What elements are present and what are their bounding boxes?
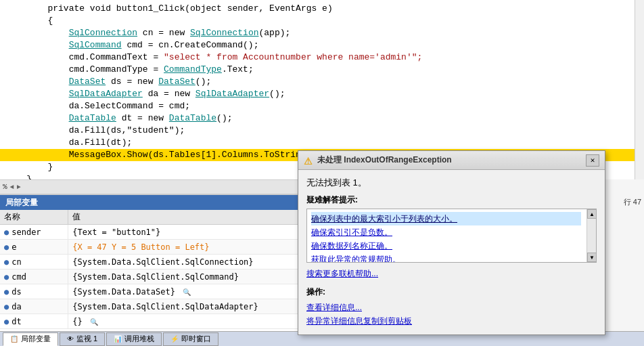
suggestions-box: 确保列表中的最大索引小于列表的大小。 确保索引引不是负数。 确保数据列名称正确。…: [306, 209, 597, 263]
magnify-icon[interactable]: 🔍: [183, 288, 191, 296]
var-value: {X = 47 Y = 5 Button = Left}: [68, 240, 313, 255]
suggestions-scrollbar[interactable]: ▲ ▼: [586, 209, 596, 262]
operation-view-details[interactable]: 查看详细信息...: [306, 301, 597, 314]
exception-dialog: ⚠ 未处理 IndexOutOfRangeException ✕ 无法找到表 1…: [298, 150, 605, 335]
var-name: ●e: [0, 240, 68, 255]
code-line: cmd.CommandText = "select * from Account…: [0, 51, 644, 64]
error-main-text: 无法找到表 1。: [306, 177, 597, 189]
suggestion-item[interactable]: 获取此异常的常规帮助。: [311, 253, 581, 263]
dialog-titlebar: ⚠ 未处理 IndexOutOfRangeException ✕: [298, 151, 605, 170]
tab-icon-watch: 👁: [67, 335, 74, 343]
var-name: ●cn: [0, 255, 68, 269]
scroll-left-btn[interactable]: ◄: [10, 183, 14, 191]
var-value: {} 🔍: [68, 314, 313, 329]
code-line: DataSet ds = new DataSet ();: [0, 76, 644, 88]
var-name: ●da: [0, 299, 68, 314]
code-scrollbar[interactable]: [635, 0, 644, 179]
var-value: {System.Data.SqlClient.SqlConnection}: [68, 255, 313, 269]
dialog-close-button[interactable]: ✕: [586, 154, 599, 167]
scroll-thumb: [587, 219, 596, 253]
code-line: da.SelectCommand = cmd;: [0, 100, 644, 112]
tab-icon-callstack: 📊: [114, 335, 122, 343]
var-value: {System.Data.SqlClient.SqlCommand}: [68, 269, 313, 284]
code-line: SqlDataAdapter da = new SqlDataAdapter (…: [0, 88, 644, 100]
tab-call-stack[interactable]: 📊 调用堆栈: [106, 332, 162, 346]
col-header-name: 名称: [0, 210, 68, 225]
suggestion-item[interactable]: 确保列表中的最大索引小于列表的大小。: [311, 212, 581, 225]
operation-copy-exception[interactable]: 将异常详细信息复制到剪贴板: [306, 314, 597, 328]
code-line: cmd.CommandType = CommandType .Text;: [0, 64, 644, 76]
more-help-link[interactable]: 搜索更多联机帮助...: [306, 268, 597, 280]
var-name: ●cmd: [0, 269, 68, 284]
tab-icon-local-vars: 📋: [10, 335, 18, 343]
operations-title: 操作:: [306, 286, 597, 298]
code-line: da.Fill(dt);: [0, 137, 644, 149]
suggestion-item[interactable]: 确保索引引不是负数。: [311, 225, 581, 239]
var-name: ●ds: [0, 284, 68, 299]
var-name: ●dt: [0, 314, 68, 329]
var-value: {System.Data.DataSet} 🔍: [68, 284, 313, 299]
code-line: DataTable dt = new DataTable ();: [0, 112, 644, 125]
tab-immediate-window[interactable]: ⚡ 即时窗口: [163, 332, 218, 346]
percent-label: %: [3, 183, 7, 191]
tab-local-variables[interactable]: 📋 局部变量: [3, 332, 58, 346]
code-line: SqlCommand cmd = cn.CreateCommand();: [0, 39, 644, 51]
suggestions-title: 疑难解答提示:: [306, 194, 597, 206]
col-header-value: 值: [68, 210, 313, 225]
code-line: SqlConnection cn = new SqlConnection (ap…: [0, 27, 644, 39]
scroll-right-btn[interactable]: ►: [17, 183, 21, 191]
code-line: {: [0, 15, 644, 27]
dialog-body: 无法找到表 1。 疑难解答提示: 确保列表中的最大索引小于列表的大小。 确保索引…: [298, 170, 605, 334]
suggestion-item[interactable]: 确保数据列名称正确。: [311, 239, 581, 253]
magnify-icon[interactable]: 🔍: [90, 318, 98, 326]
tab-icon-immediate: ⚡: [170, 335, 179, 343]
code-line: private void button1_Click(object sender…: [0, 3, 644, 15]
dialog-title: ⚠ 未处理 IndexOutOfRangeException: [304, 154, 452, 166]
scroll-up-arrow[interactable]: ▲: [587, 209, 597, 219]
code-line: da.Fill(ds,"student");: [0, 125, 644, 137]
scroll-down-arrow[interactable]: ▼: [587, 253, 597, 262]
warning-icon: ⚠: [304, 156, 313, 165]
var-value: {Text = "button1"}: [68, 225, 313, 240]
tab-watch1[interactable]: 👁 监视 1: [60, 332, 105, 346]
var-name: ●sender: [0, 225, 68, 240]
var-value: {System.Data.SqlClient.SqlDataAdapter}: [68, 299, 313, 314]
